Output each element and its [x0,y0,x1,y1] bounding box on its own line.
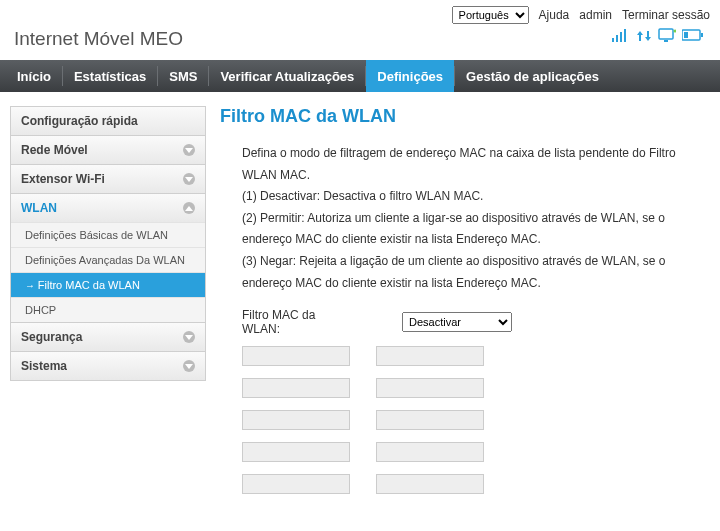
sidebar-item-filtro-mac-da-wlan[interactable]: Filtro MAC da WLAN [11,272,205,297]
nav-início[interactable]: Início [6,60,62,92]
svg-rect-4 [659,29,673,39]
svg-rect-0 [612,38,614,42]
battery-icon [682,29,704,41]
nav-verificar-atualizações[interactable]: Verificar Atualizações [209,60,365,92]
mac-input-8[interactable] [242,474,350,494]
sidebar: Configuração rápidaRede MóvelExtensor Wi… [10,106,206,531]
user-link[interactable]: admin [579,8,612,22]
sidebar-section-wlan[interactable]: WLAN [11,194,205,222]
mac-input-9[interactable] [376,474,484,494]
mac-input-6[interactable] [242,442,350,462]
mac-input-2[interactable] [242,378,350,398]
mac-input-grid [242,346,704,494]
svg-rect-2 [620,32,622,42]
filter-label: Filtro MAC da WLAN: [242,308,352,336]
svg-rect-1 [616,35,618,42]
svg-rect-3 [624,29,626,42]
sidebar-item-definições-básicas-de-wlan[interactable]: Definições Básicas de WLAN [11,222,205,247]
mac-input-7[interactable] [376,442,484,462]
sidebar-section-segurança[interactable]: Segurança [11,323,205,351]
mac-input-1[interactable] [376,346,484,366]
chevron-icon [183,202,195,214]
nav-estatísticas[interactable]: Estatísticas [63,60,157,92]
chevron-icon [183,360,195,372]
chevron-icon [183,331,195,343]
sidebar-section-extensor-wi-fi[interactable]: Extensor Wi-Fi [11,165,205,193]
language-select[interactable]: Português [452,6,529,24]
chevron-icon [183,173,195,185]
svg-point-6 [674,30,677,33]
signal-icon [612,28,630,42]
nav-definições[interactable]: Definições [366,60,454,92]
mac-input-0[interactable] [242,346,350,366]
svg-rect-8 [701,33,703,37]
status-icons [612,28,704,42]
mac-input-3[interactable] [376,378,484,398]
sidebar-section-configuração-rápida[interactable]: Configuração rápida [11,107,205,135]
description: Defina o modo de filtragem de endereço M… [242,143,704,294]
mac-input-5[interactable] [376,410,484,430]
sidebar-section-sistema[interactable]: Sistema [11,352,205,380]
sidebar-item-definições-avançadas-da-wlan[interactable]: Definições Avançadas Da WLAN [11,247,205,272]
help-link[interactable]: Ajuda [539,8,570,22]
sidebar-section-rede-móvel[interactable]: Rede Móvel [11,136,205,164]
monitor-icon [658,28,676,42]
svg-rect-5 [664,40,668,42]
main-panel: Filtro MAC da WLAN Defina o modo de filt… [220,106,710,531]
navbar: InícioEstatísticasSMSVerificar Atualizaç… [0,60,720,92]
nav-sms[interactable]: SMS [158,60,208,92]
logout-link[interactable]: Terminar sessão [622,8,710,22]
sidebar-item-dhcp[interactable]: DHCP [11,297,205,322]
svg-rect-9 [684,32,688,38]
nav-gestão-de-aplicações[interactable]: Gestão de aplicações [455,60,610,92]
chevron-icon [183,144,195,156]
mac-input-4[interactable] [242,410,350,430]
mac-filter-select[interactable]: Desactivar [402,312,512,332]
page-title: Filtro MAC da WLAN [220,106,704,127]
updown-icon [636,28,652,42]
